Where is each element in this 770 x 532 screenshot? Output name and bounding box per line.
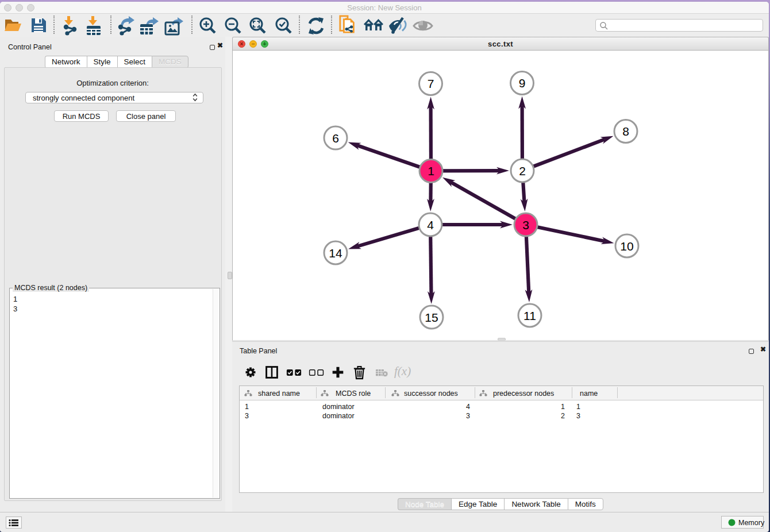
svg-text:11: 11 xyxy=(523,309,536,322)
svg-text:2: 2 xyxy=(519,164,526,178)
svg-text:4: 4 xyxy=(427,218,434,232)
svg-text:3: 3 xyxy=(522,218,529,232)
svg-text:1: 1 xyxy=(428,164,434,178)
svg-text:10: 10 xyxy=(620,240,633,253)
svg-text:8: 8 xyxy=(622,125,629,138)
svg-text:9: 9 xyxy=(519,76,526,90)
svg-text:7: 7 xyxy=(428,77,434,90)
svg-text:15: 15 xyxy=(425,311,438,324)
svg-text:6: 6 xyxy=(332,132,339,145)
svg-text:14: 14 xyxy=(329,246,342,260)
